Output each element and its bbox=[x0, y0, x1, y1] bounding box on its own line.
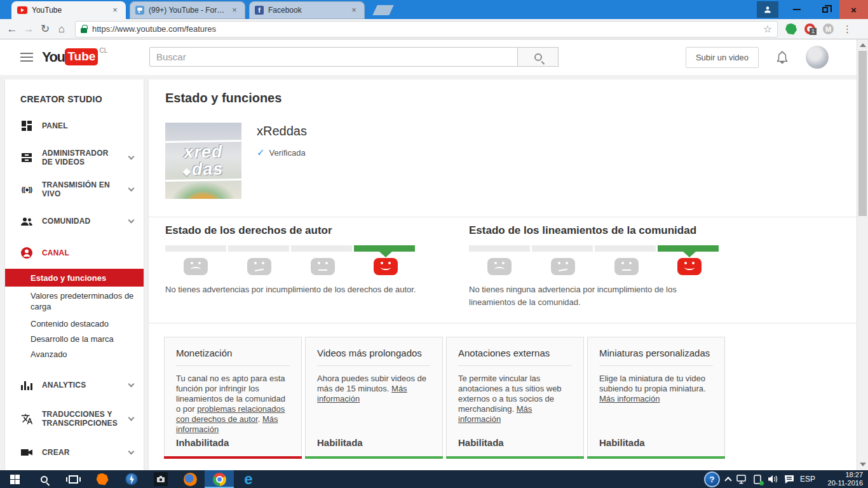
feature-description: Ahora puedes subir videos de más de 15 m… bbox=[317, 374, 431, 404]
clock-time: 18:27 bbox=[821, 471, 863, 479]
new-tab-button[interactable] bbox=[372, 5, 393, 15]
copyright-status-bar bbox=[165, 245, 417, 252]
feature-cards-row: Monetización Tu canal no es apto para es… bbox=[164, 337, 725, 459]
avatar-text-line2: das bbox=[165, 160, 241, 179]
forum-favicon bbox=[135, 6, 144, 15]
back-button[interactable]: ← bbox=[4, 21, 20, 37]
user-avatar[interactable] bbox=[806, 46, 829, 69]
tab-label: (99+) YouTube - Foro de bbox=[149, 6, 225, 15]
tab-close-icon[interactable]: × bbox=[349, 5, 359, 15]
taskbar-chrome-active[interactable] bbox=[205, 470, 234, 488]
sad-face-icon bbox=[487, 258, 512, 275]
copyright-faces-row bbox=[165, 257, 417, 276]
tab-facebook[interactable]: f Facebook × bbox=[249, 1, 365, 19]
scrollbar-thumb[interactable] bbox=[858, 51, 867, 216]
sidebar-item-create[interactable]: CREAR bbox=[5, 437, 144, 468]
tab-close-icon[interactable]: × bbox=[110, 5, 120, 15]
m-extension-icon[interactable]: M bbox=[823, 24, 834, 34]
browser-profile-button[interactable] bbox=[757, 1, 778, 18]
taskbar-daemon-tools[interactable] bbox=[117, 470, 146, 488]
verified-check-icon: ✓ bbox=[257, 147, 265, 158]
search-input[interactable] bbox=[149, 47, 518, 67]
help-icon[interactable]: ? bbox=[704, 471, 720, 487]
restore-icon bbox=[822, 7, 828, 13]
browser-toolbar: ← → ↻ ⌂ https://www.youtube.com/features… bbox=[0, 19, 868, 39]
chevron-down-icon bbox=[128, 185, 135, 191]
notifications-bell-icon[interactable] bbox=[775, 50, 789, 65]
taskbar-firefox[interactable] bbox=[175, 470, 205, 488]
status-segment bbox=[595, 245, 656, 252]
browser-menu-icon[interactable]: ⋮ bbox=[843, 24, 852, 35]
sidebar-item-community[interactable]: COMUNIDAD bbox=[5, 205, 144, 237]
start-button[interactable] bbox=[0, 470, 29, 488]
url-text[interactable]: https://www.youtube.com/features bbox=[92, 24, 758, 34]
tab-forum[interactable]: (99+) YouTube - Foro de × bbox=[130, 1, 245, 19]
maximize-button[interactable] bbox=[811, 0, 839, 19]
taskbar-search-button[interactable] bbox=[29, 470, 58, 488]
close-button[interactable]: × bbox=[839, 0, 868, 19]
divider bbox=[599, 365, 713, 366]
taskbar-avast[interactable] bbox=[88, 470, 117, 488]
status-segment bbox=[469, 245, 530, 252]
edge-icon: e bbox=[244, 472, 252, 486]
tab-youtube[interactable]: YouTube × bbox=[11, 1, 126, 19]
sidebar-item-translations[interactable]: TRADUCCIONES Y TRANSCRIPCIONES bbox=[5, 401, 144, 437]
clock[interactable]: 18:27 20-11-2016 bbox=[821, 471, 863, 487]
submenu-item-branding[interactable]: Desarrollo de la marca bbox=[5, 331, 144, 346]
happy-face-icon bbox=[677, 258, 702, 275]
windows-taskbar: e ? ESP 18:27 20-11-2016 bbox=[0, 470, 868, 488]
address-bar[interactable]: https://www.youtube.com/features ☆ bbox=[75, 21, 778, 37]
meh-face-icon bbox=[247, 258, 271, 275]
sidebar-item-panel[interactable]: PANEL bbox=[5, 110, 144, 142]
scroll-up-icon[interactable] bbox=[860, 43, 866, 47]
device-safely-remove-icon[interactable] bbox=[754, 475, 762, 484]
community-status-bar bbox=[469, 245, 721, 252]
community-people-icon bbox=[20, 217, 33, 226]
submenu-item-status-features[interactable]: Estado y funciones bbox=[5, 269, 144, 287]
system-tray: ? ESP 18:27 20-11-2016 bbox=[704, 470, 863, 488]
hamburger-menu-icon[interactable] bbox=[20, 53, 33, 62]
neutral-face-icon bbox=[311, 258, 335, 275]
red-extension-icon[interactable]: 1 bbox=[804, 24, 815, 34]
submenu-item-featured-content[interactable]: Contenido destacado bbox=[5, 316, 144, 331]
tab-close-icon[interactable]: × bbox=[229, 5, 240, 15]
search-button[interactable] bbox=[518, 47, 559, 67]
community-status-message: No tienes ninguna advertencia por incump… bbox=[469, 283, 723, 309]
avast-extension-icon[interactable] bbox=[785, 24, 797, 35]
sidebar-item-channel[interactable]: CANAL bbox=[5, 237, 144, 269]
main-content-card: Estado y funciones xred das xReddas ✓ Ve… bbox=[149, 79, 857, 470]
reload-button[interactable]: ↻ bbox=[37, 21, 53, 37]
taskbar-screenshot-app[interactable] bbox=[146, 470, 175, 488]
sidebar-item-video-manager[interactable]: ADMINISTRADOR DE VIDEOS bbox=[5, 142, 144, 173]
submenu-item-upload-defaults[interactable]: Valores predeterminados de carga bbox=[5, 287, 144, 316]
minimize-button[interactable] bbox=[782, 0, 811, 19]
volume-icon[interactable] bbox=[768, 475, 778, 484]
copyright-status-section: Estado de los derechos de autor No tiene… bbox=[165, 224, 432, 296]
sidebar-item-live[interactable]: ((●)) TRANSMISIÓN EN VIVO bbox=[5, 173, 144, 205]
task-view-button[interactable] bbox=[58, 470, 88, 488]
notifications-icon[interactable] bbox=[784, 475, 794, 484]
tray-expand-icon[interactable] bbox=[724, 477, 731, 484]
taskbar-edge[interactable]: e bbox=[234, 470, 263, 488]
upload-video-button[interactable]: Subir un video bbox=[686, 47, 759, 68]
facebook-favicon: f bbox=[255, 6, 264, 15]
feature-title: Anotaciones externas bbox=[458, 348, 572, 358]
channel-meta: xReddas ✓ Verificada bbox=[257, 124, 307, 158]
community-status-section: Estado de los lineamientos de la comunid… bbox=[469, 224, 736, 309]
logo-tube-text: Tube bbox=[65, 48, 98, 65]
forward-button[interactable]: → bbox=[20, 21, 37, 37]
chevron-down-icon bbox=[128, 414, 135, 421]
network-icon[interactable] bbox=[736, 475, 748, 484]
youtube-logo[interactable]: You Tube CL bbox=[42, 48, 107, 66]
more-info-link[interactable]: Más información bbox=[599, 394, 660, 403]
language-indicator[interactable]: ESP bbox=[800, 475, 815, 484]
youtube-header: You Tube CL Subir un video bbox=[0, 39, 857, 75]
avatar-artwork: xred das bbox=[165, 140, 241, 182]
scroll-down-icon[interactable] bbox=[860, 463, 866, 466]
bookmark-star-icon[interactable]: ☆ bbox=[763, 23, 772, 35]
home-button[interactable]: ⌂ bbox=[53, 21, 70, 37]
page-scrollbar[interactable] bbox=[857, 39, 868, 470]
submenu-item-advanced[interactable]: Avanzado bbox=[5, 346, 144, 362]
sidebar-item-analytics[interactable]: ANALYTICS bbox=[5, 369, 144, 401]
video-camera-icon bbox=[20, 449, 33, 456]
